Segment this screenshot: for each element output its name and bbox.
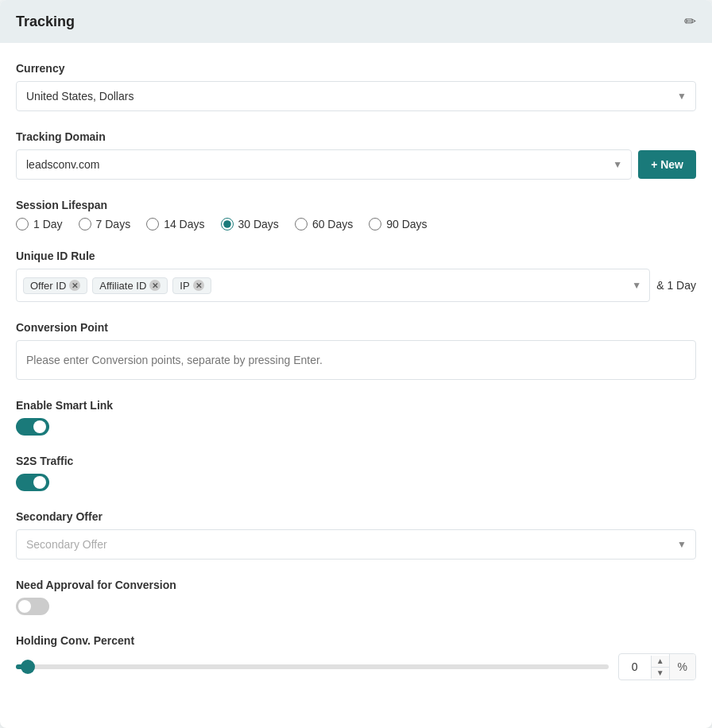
secondary-offer-section: Secondary Offer Secondary Offer ▼ — [16, 510, 696, 560]
remove-affiliate-id-button[interactable]: ✕ — [149, 280, 161, 291]
secondary-offer-label: Secondary Offer — [16, 510, 696, 523]
remove-ip-button[interactable]: ✕ — [193, 280, 204, 291]
holding-conv-slider-wrapper — [16, 657, 609, 676]
s2s-traffic-slider — [16, 474, 49, 491]
conversion-point-label: Conversion Point — [16, 321, 696, 334]
session-7days-option[interactable]: 7 Days — [79, 218, 131, 230]
tracking-domain-select[interactable]: leadsconv.com — [16, 149, 632, 180]
session-1day-label: 1 Day — [33, 218, 63, 230]
enable-smart-link-section: Enable Smart Link — [16, 399, 696, 436]
session-30days-radio[interactable] — [221, 218, 234, 230]
enable-smart-link-label: Enable Smart Link — [16, 399, 696, 412]
holding-conv-arrows: ▲ ▼ — [651, 656, 669, 679]
holding-conv-up-button[interactable]: ▲ — [652, 656, 669, 668]
secondary-offer-select[interactable]: Secondary Offer — [16, 529, 696, 560]
tag-affiliate-id: Affiliate ID ✕ — [92, 277, 168, 294]
session-90days-label: 90 Days — [386, 218, 427, 230]
session-90days-option[interactable]: 90 Days — [369, 218, 427, 230]
s2s-traffic-toggle-row — [16, 474, 696, 491]
holding-conv-down-button[interactable]: ▼ — [652, 668, 669, 679]
holding-conv-slider-thumb[interactable] — [21, 660, 35, 674]
session-30days-option[interactable]: 30 Days — [221, 218, 279, 230]
session-1day-radio[interactable] — [16, 218, 29, 230]
new-button[interactable]: + New — [638, 150, 696, 179]
unique-id-row: Offer ID ✕ Affiliate ID ✕ IP ✕ ▼ & 1 Day — [16, 269, 696, 302]
tracking-domain-select-wrapper: leadsconv.com ▼ — [16, 149, 632, 180]
session-7days-label: 7 Days — [96, 218, 131, 230]
enable-smart-link-slider — [16, 418, 49, 436]
percent-sign: % — [669, 654, 695, 680]
remove-offer-id-button[interactable]: ✕ — [69, 280, 80, 291]
edit-icon[interactable]: ✏ — [684, 13, 696, 30]
session-lifespan-section: Session Lifespan 1 Day 7 Days 14 Days 30… — [16, 199, 696, 230]
conversion-point-input[interactable] — [16, 340, 696, 380]
holding-conv-label: Holding Conv. Percent — [16, 634, 696, 647]
holding-conv-value: 0 — [619, 654, 651, 680]
and-day-label: & 1 Day — [656, 279, 696, 292]
session-90days-radio[interactable] — [369, 218, 381, 230]
unique-id-section: Unique ID Rule Offer ID ✕ Affiliate ID ✕… — [16, 250, 696, 302]
session-lifespan-radio-group: 1 Day 7 Days 14 Days 30 Days 60 Days 90 … — [16, 218, 696, 230]
enable-smart-link-toggle-row — [16, 418, 696, 436]
unique-id-field[interactable]: Offer ID ✕ Affiliate ID ✕ IP ✕ ▼ — [16, 269, 650, 302]
page-title: Tracking — [16, 14, 75, 30]
session-14days-radio[interactable] — [146, 218, 159, 230]
need-approval-toggle-row — [16, 598, 696, 615]
session-14days-option[interactable]: 14 Days — [146, 218, 204, 230]
need-approval-label: Need Approval for Conversion — [16, 579, 696, 591]
tag-offer-id: Offer ID ✕ — [23, 277, 87, 294]
card-body: Currency United States, Dollars Euro Bri… — [0, 43, 712, 718]
session-14days-label: 14 Days — [164, 218, 204, 230]
currency-section: Currency United States, Dollars Euro Bri… — [16, 62, 696, 111]
holding-conv-section: Holding Conv. Percent 0 ▲ ▼ % — [16, 634, 696, 680]
session-1day-option[interactable]: 1 Day — [16, 218, 63, 230]
tracking-domain-label: Tracking Domain — [16, 130, 696, 143]
holding-conv-number-wrapper: 0 ▲ ▼ % — [618, 653, 696, 680]
currency-label: Currency — [16, 62, 696, 75]
tracking-domain-section: Tracking Domain leadsconv.com ▼ + New — [16, 130, 696, 180]
tag-ip: IP ✕ — [172, 277, 211, 294]
conversion-point-section: Conversion Point — [16, 321, 696, 380]
tracking-domain-row: leadsconv.com ▼ + New — [16, 149, 696, 180]
secondary-offer-select-wrapper: Secondary Offer ▼ — [16, 529, 696, 560]
unique-id-chevron-icon: ▼ — [632, 280, 641, 291]
need-approval-slider — [16, 598, 49, 615]
holding-conv-row: 0 ▲ ▼ % — [16, 653, 696, 680]
currency-select-wrapper: United States, Dollars Euro British Poun… — [16, 81, 696, 111]
enable-smart-link-toggle[interactable] — [16, 418, 49, 436]
tracking-card: Tracking ✏ Currency United States, Dolla… — [0, 0, 712, 728]
unique-id-label: Unique ID Rule — [16, 250, 696, 262]
s2s-traffic-section: S2S Traffic — [16, 455, 696, 491]
currency-select[interactable]: United States, Dollars Euro British Poun… — [16, 81, 696, 111]
holding-conv-slider-track — [16, 664, 609, 669]
card-header: Tracking ✏ — [0, 0, 712, 43]
session-60days-option[interactable]: 60 Days — [295, 218, 353, 230]
session-30days-label: 30 Days — [238, 218, 279, 230]
session-60days-label: 60 Days — [312, 218, 353, 230]
s2s-traffic-toggle[interactable] — [16, 474, 49, 491]
session-lifespan-label: Session Lifespan — [16, 199, 696, 211]
need-approval-section: Need Approval for Conversion — [16, 579, 696, 615]
s2s-traffic-label: S2S Traffic — [16, 455, 696, 467]
need-approval-toggle[interactable] — [16, 598, 49, 615]
session-7days-radio[interactable] — [79, 218, 91, 230]
session-60days-radio[interactable] — [295, 218, 308, 230]
